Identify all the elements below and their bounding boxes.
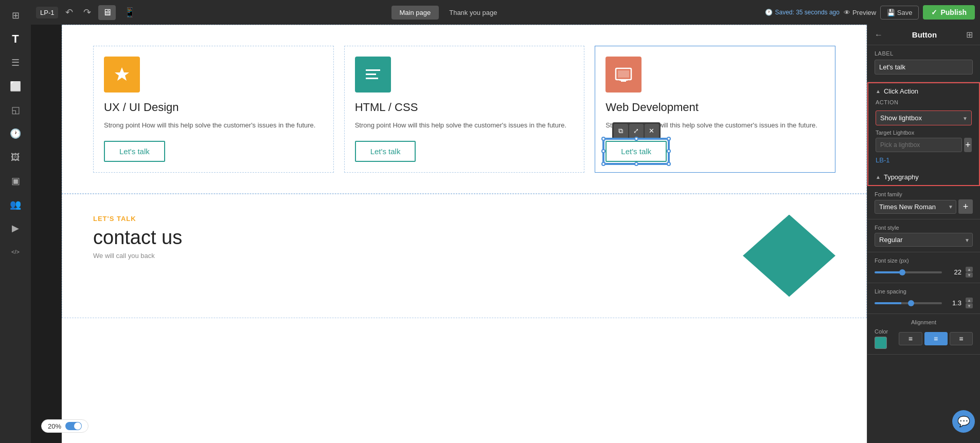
- save-button[interactable]: 💾 Save: [880, 6, 919, 20]
- add-lightbox-button[interactable]: +: [964, 138, 972, 152]
- align-center-button[interactable]: ≡: [924, 332, 948, 345]
- sidebar-item-video[interactable]: ▶: [5, 218, 26, 238]
- sidebar-item-clock[interactable]: 🕐: [5, 123, 26, 144]
- action-dropdown-wrapper: Show lightbox: [876, 110, 972, 125]
- line-spacing-spinners: ▲ ▼: [966, 298, 973, 308]
- line-spacing-decrement[interactable]: ▼: [966, 303, 973, 308]
- sidebar-item-image[interactable]: 🖼: [5, 147, 26, 168]
- handle-bm: [634, 162, 638, 166]
- service-icon-2: [355, 57, 391, 93]
- toolbar-move-btn[interactable]: ⤢: [629, 124, 644, 138]
- font-family-select[interactable]: Times New Roman: [875, 200, 956, 214]
- preview-eye-icon: 👁: [844, 9, 850, 16]
- service-btn-2[interactable]: Let's talk: [355, 141, 416, 162]
- panel-grid-button[interactable]: ⊞: [966, 30, 973, 40]
- contact-section: LET'S TALK contact us We will call you b…: [62, 194, 867, 318]
- saved-clock-icon: 🕐: [765, 9, 773, 16]
- handle-mr: [667, 149, 671, 153]
- line-spacing-increment[interactable]: ▲: [966, 298, 973, 303]
- panel-back-button[interactable]: ←: [875, 30, 883, 40]
- sidebar-item-home[interactable]: ⊞: [5, 5, 26, 26]
- sidebar-item-section[interactable]: ▣: [5, 171, 26, 191]
- alignment-row: Color ≡ ≡ ≡: [875, 328, 973, 349]
- desktop-view-button[interactable]: 🖥: [98, 5, 116, 20]
- zoom-toggle[interactable]: [65, 422, 82, 430]
- service-card-1: UX / UI Design Strong point How will thi…: [93, 46, 334, 173]
- font-size-slider[interactable]: [875, 271, 942, 273]
- sidebar-item-team[interactable]: 👥: [5, 194, 26, 215]
- action-dropdown[interactable]: Show lightbox: [876, 110, 972, 125]
- service-btn-1[interactable]: Let's talk: [104, 141, 165, 162]
- label-input[interactable]: [875, 60, 973, 75]
- contact-left: LET'S TALK contact us We will call you b…: [93, 215, 454, 297]
- font-size-decrement[interactable]: ▼: [966, 272, 973, 278]
- handle-ml: [601, 149, 605, 153]
- line-spacing-slider[interactable]: [875, 302, 942, 304]
- sidebar-item-text[interactable]: T: [5, 29, 26, 49]
- toolbar-duplicate-btn[interactable]: ⧉: [614, 124, 628, 138]
- undo-button[interactable]: ↶: [62, 5, 76, 20]
- font-add-button[interactable]: +: [958, 199, 973, 214]
- zoom-indicator: 20%: [41, 419, 88, 433]
- project-name[interactable]: LP-1: [36, 7, 58, 19]
- line-spacing-section: Line spacing 1.3 ▲ ▼: [867, 283, 980, 314]
- typography-chevron-up-icon: ▲: [876, 174, 881, 180]
- alignment-label: Alignment: [875, 319, 973, 325]
- svg-rect-6: [619, 80, 628, 81]
- right-panel: ← Button ⊞ Label ▲ Click Action Action S…: [867, 25, 980, 443]
- handle-bl: [601, 162, 605, 166]
- font-style-select[interactable]: Regular: [875, 233, 973, 247]
- alignment-section: Alignment Color ≡ ≡ ≡: [867, 314, 980, 355]
- preview-button[interactable]: 👁 Preview: [844, 9, 876, 16]
- publish-icon: ✓: [931, 8, 937, 16]
- font-size-section: Font size (px) 22 ▲ ▼: [867, 252, 980, 283]
- sidebar-item-code[interactable]: </>: [5, 242, 26, 262]
- lightbox-item-lb1[interactable]: LB-1: [876, 155, 972, 165]
- align-right-button[interactable]: ≡: [950, 332, 973, 345]
- chat-bubble[interactable]: 💬: [952, 410, 975, 433]
- svg-rect-4: [618, 70, 629, 78]
- mobile-view-button[interactable]: 📱: [120, 5, 139, 20]
- service-desc-2: Strong point How will this help solve th…: [355, 120, 566, 131]
- panel-header: ← Button ⊞: [867, 25, 980, 45]
- sidebar-item-rows[interactable]: ☰: [5, 52, 26, 73]
- service-title-2: HTML / CSS: [355, 101, 418, 114]
- align-left-button[interactable]: ≡: [899, 332, 922, 345]
- service-card-2: HTML / CSS Strong point How will this he…: [344, 46, 585, 173]
- label-section-title: Label: [875, 50, 973, 57]
- handle-tl: [601, 137, 605, 141]
- font-family-row: Times New Roman +: [875, 199, 973, 214]
- font-style-label: Font style: [875, 225, 973, 231]
- tab-main-page[interactable]: Main page: [391, 6, 439, 20]
- service-card-3: Web Development Strong point How will th…: [595, 46, 835, 173]
- service-desc-1: Strong point How will this help solve th…: [104, 120, 315, 131]
- zoom-toggle-dot: [74, 422, 81, 430]
- saved-text: Saved: 35 seconds ago: [775, 9, 839, 16]
- line-spacing-value: 1.3: [946, 299, 961, 307]
- font-size-value: 22: [946, 268, 961, 276]
- sidebar-item-widget[interactable]: ⬜: [5, 76, 26, 97]
- zoom-value: 20%: [48, 422, 61, 430]
- contact-right: [475, 215, 836, 297]
- target-lightbox-input[interactable]: [876, 138, 962, 152]
- tab-thank-you-page[interactable]: Thank you page: [441, 6, 505, 20]
- redo-button[interactable]: ↷: [80, 5, 94, 20]
- font-size-slider-row: 22 ▲ ▼: [875, 267, 973, 278]
- save-icon: 💾: [887, 9, 895, 16]
- contact-label: LET'S TALK: [93, 215, 454, 223]
- font-family-select-wrapper: Times New Roman: [875, 200, 956, 214]
- publish-button[interactable]: ✓ Publish: [923, 5, 975, 20]
- service-title-1: UX / UI Design: [104, 101, 179, 114]
- svg-rect-1: [366, 73, 376, 75]
- click-action-section: ▲ Click Action Action Show lightbox Targ…: [867, 82, 980, 186]
- sidebar-item-shape[interactable]: ◱: [5, 100, 26, 120]
- click-action-header[interactable]: ▲ Click Action: [868, 83, 979, 99]
- svg-rect-2: [366, 78, 378, 79]
- color-swatch[interactable]: [875, 337, 887, 349]
- font-style-select-wrapper: Regular: [875, 233, 973, 247]
- font-size-label: Font size (px): [875, 257, 973, 264]
- font-size-increment[interactable]: ▲: [966, 267, 973, 272]
- service-btn-3[interactable]: Let's talk: [605, 141, 667, 162]
- typography-header[interactable]: ▲ Typography: [868, 169, 979, 185]
- toolbar-delete-btn[interactable]: ✕: [645, 124, 659, 138]
